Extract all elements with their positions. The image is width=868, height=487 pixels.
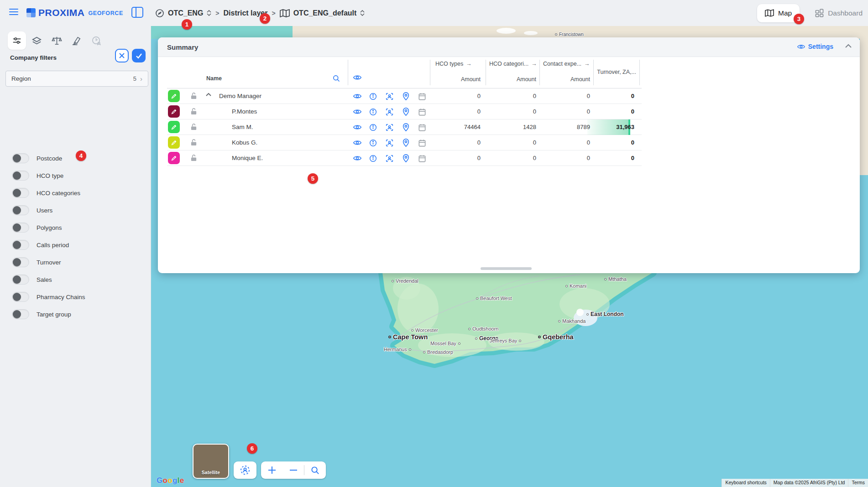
sidebar-toolbar xyxy=(0,31,151,51)
highlighter-tool-button[interactable] xyxy=(67,31,85,50)
focus-user-icon[interactable] xyxy=(385,154,393,162)
eye-icon[interactable] xyxy=(353,108,361,116)
eye-icon[interactable] xyxy=(353,139,361,147)
my-location-button[interactable] xyxy=(234,461,256,479)
row-color-badge[interactable] xyxy=(168,136,180,149)
location-pin-icon[interactable] xyxy=(402,139,410,147)
collapse-panel-button[interactable] xyxy=(845,44,852,48)
clear-filters-button[interactable] xyxy=(115,49,129,62)
city-marker-icon xyxy=(586,313,589,316)
keyboard-shortcuts-link[interactable]: Keyboard shortcuts xyxy=(722,479,769,487)
calendar-icon[interactable] xyxy=(418,108,426,116)
lock-icon[interactable] xyxy=(190,108,197,115)
row-color-badge[interactable] xyxy=(168,152,180,164)
lock-icon[interactable] xyxy=(190,92,197,100)
row-color-badge[interactable] xyxy=(168,90,180,102)
row-color-badge[interactable] xyxy=(168,121,180,133)
location-pin-icon[interactable] xyxy=(402,154,410,162)
info-icon[interactable] xyxy=(369,154,377,162)
settings-button[interactable]: Settings xyxy=(797,43,833,50)
dashboard-view-button[interactable]: Dashboard xyxy=(815,9,863,17)
location-pin-icon[interactable] xyxy=(402,123,410,131)
lock-icon[interactable] xyxy=(190,154,197,162)
map-zoom-toolbar xyxy=(261,461,326,479)
panel-title: Summary xyxy=(167,43,198,51)
pharmacy-chains-toggle[interactable] xyxy=(12,292,29,302)
view-selector-chevrons-icon[interactable] xyxy=(360,10,365,16)
calls-period-toggle[interactable] xyxy=(12,240,29,250)
focus-user-icon[interactable] xyxy=(385,108,393,116)
row-name[interactable]: Kobus G. xyxy=(232,139,257,146)
info-icon[interactable] xyxy=(369,108,377,116)
zoom-out-button[interactable] xyxy=(282,461,304,479)
search-icon[interactable] xyxy=(332,74,340,83)
satellite-layer-button[interactable]: Satellite xyxy=(193,444,229,479)
target-group-toggle[interactable] xyxy=(12,309,29,319)
postcode-toggle[interactable] xyxy=(12,153,29,163)
lock-icon[interactable] xyxy=(190,139,197,146)
focus-user-icon[interactable] xyxy=(385,92,393,100)
filters-tool-button[interactable] xyxy=(8,31,26,50)
location-pin-icon[interactable] xyxy=(402,92,410,100)
collapse-chevron-icon[interactable] xyxy=(206,93,211,96)
zoom-in-button[interactable] xyxy=(261,461,282,479)
turnover-cell: 0 xyxy=(589,139,634,146)
focus-user-icon[interactable] xyxy=(385,123,393,131)
project-selector-chevrons-icon[interactable] xyxy=(207,10,211,16)
info-icon[interactable] xyxy=(369,92,377,100)
group-header-contact[interactable]: Contact expe...→ xyxy=(543,61,590,67)
panel-resize-handle[interactable] xyxy=(481,267,532,270)
table-row[interactable]: Monique E. 0 0 0 0 xyxy=(167,150,642,166)
group-header-hco-categories[interactable]: HCO categori...→ xyxy=(489,61,537,67)
group-header-hco-types[interactable]: HCO types→ xyxy=(435,61,472,67)
row-name[interactable]: Monique E. xyxy=(232,155,263,161)
layers-tool-button[interactable] xyxy=(27,31,46,50)
polygons-toggle[interactable] xyxy=(12,223,29,233)
row-name[interactable]: Demo Manager xyxy=(219,93,261,99)
row-name[interactable]: Sam M. xyxy=(232,124,253,130)
amount-header[interactable]: Amount xyxy=(435,76,481,83)
eye-icon[interactable] xyxy=(353,123,361,131)
name-column-header[interactable]: Name xyxy=(206,75,222,82)
eye-icon[interactable] xyxy=(353,92,361,100)
breadcrumb-project[interactable]: OTC_ENG xyxy=(168,9,203,17)
hco-categories-toggle[interactable] xyxy=(12,188,29,198)
table-row[interactable]: Kobus G. 0 0 0 0 xyxy=(167,135,642,150)
focus-user-icon[interactable] xyxy=(385,139,393,147)
info-icon[interactable] xyxy=(369,139,377,147)
hco-type-toggle[interactable] xyxy=(12,171,29,181)
eye-icon[interactable] xyxy=(353,154,361,162)
amount-header[interactable]: Amount xyxy=(544,76,590,83)
hamburger-menu-icon[interactable] xyxy=(9,9,18,16)
sidebar-toggle-icon[interactable] xyxy=(131,7,143,18)
lock-icon[interactable] xyxy=(190,123,197,131)
sales-toggle[interactable] xyxy=(12,275,29,285)
amount-header[interactable]: Amount xyxy=(491,76,536,83)
terms-link[interactable]: Terms xyxy=(848,479,868,487)
table-row[interactable]: Demo Manager 0 0 0 0 xyxy=(167,88,642,104)
calendar-icon[interactable] xyxy=(418,92,426,100)
region-filter-row[interactable]: Region 5 › xyxy=(5,71,148,87)
city-marker-icon xyxy=(604,278,607,280)
table-row[interactable]: Sam M. 74464 1428 8789 31,963 xyxy=(167,119,642,135)
proxima-logo-icon xyxy=(26,8,36,17)
turnover-toggle[interactable] xyxy=(12,257,29,267)
users-toggle[interactable] xyxy=(12,205,29,215)
table-row[interactable]: P.Montes 0 0 0 0 xyxy=(167,104,642,119)
row-name[interactable]: P.Montes xyxy=(232,108,257,115)
calendar-icon[interactable] xyxy=(418,154,426,162)
visibility-column-icon[interactable] xyxy=(353,74,361,81)
amount-cell: 0 xyxy=(491,139,536,146)
row-color-badge[interactable] xyxy=(168,105,180,118)
map-search-button[interactable] xyxy=(304,461,326,479)
calendar-icon[interactable] xyxy=(418,123,426,131)
calendar-icon[interactable] xyxy=(418,139,426,147)
location-pin-icon[interactable] xyxy=(402,108,410,116)
google-logo[interactable]: Google xyxy=(157,476,184,485)
apply-filters-button[interactable] xyxy=(132,49,146,62)
breadcrumb-view[interactable]: OTC_ENG_default xyxy=(293,9,357,17)
filter-row-users: Users xyxy=(12,205,52,216)
group-header-turnover[interactable]: Turnover, ZA,... xyxy=(581,69,636,75)
compare-tool-button[interactable] xyxy=(47,31,66,50)
info-icon[interactable] xyxy=(369,123,377,131)
